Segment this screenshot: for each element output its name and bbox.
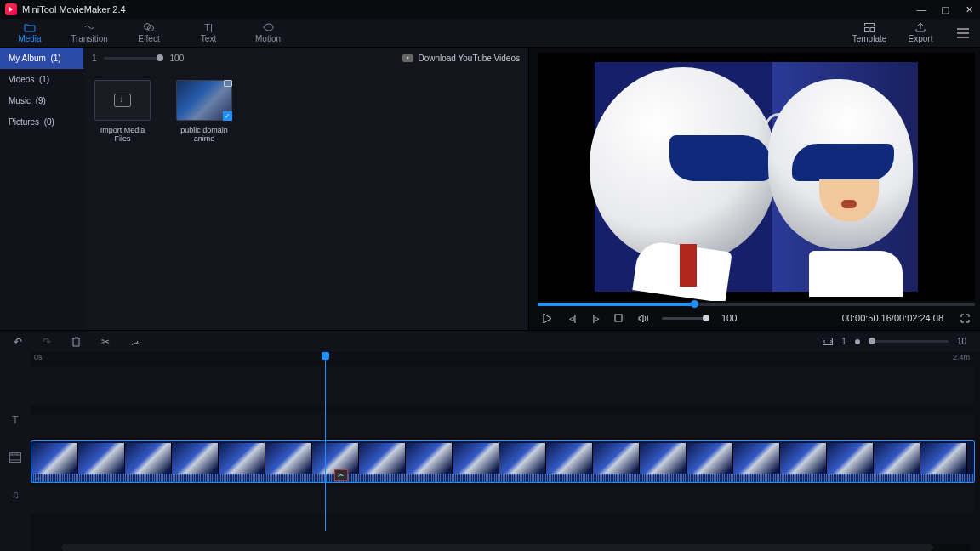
- video-badge-icon: [224, 80, 232, 87]
- tab-label: Transition: [71, 34, 108, 43]
- tab-label: Effect: [138, 34, 159, 43]
- ruler-end: 2.4m: [953, 353, 970, 361]
- sidebar-item-myalbum[interactable]: My Album (1): [0, 48, 83, 69]
- media-clip-tile[interactable]: ✓ public domain anime: [174, 80, 235, 143]
- text-track[interactable]: [31, 414, 975, 438]
- playhead[interactable]: [325, 352, 326, 531]
- volume-value: 100: [721, 313, 737, 323]
- zoom-min: 1: [841, 337, 846, 346]
- tab-effect[interactable]: Effect: [119, 19, 179, 47]
- split-marker[interactable]: ✂: [334, 469, 348, 481]
- svg-rect-4: [865, 27, 869, 31]
- svg-rect-7: [823, 338, 833, 345]
- import-media-tile[interactable]: Import Media Files: [92, 80, 153, 143]
- export-icon: [915, 23, 926, 32]
- template-icon: [864, 23, 875, 32]
- preview-screen[interactable]: [538, 53, 975, 301]
- fullscreen-button[interactable]: [960, 314, 970, 323]
- play-button[interactable]: [543, 314, 555, 323]
- tab-label: Media: [18, 34, 41, 43]
- tab-label: Motion: [255, 34, 281, 43]
- media-panel: 1 100 Download YouTube Videos Import Med…: [83, 48, 529, 330]
- sidebar-item-pictures[interactable]: Pictures (0): [0, 111, 83, 133]
- tab-transition[interactable]: Transition: [60, 19, 119, 47]
- undo-button[interactable]: ↶: [14, 336, 22, 348]
- preview-seek-bar[interactable]: [538, 303, 975, 306]
- next-frame-button[interactable]: |▹: [590, 313, 602, 324]
- zoom-dot-icon: [855, 339, 860, 344]
- ruler-start: 0s: [34, 353, 43, 361]
- text-icon: T|: [202, 22, 214, 32]
- thumbnail-size-slider[interactable]: [104, 57, 163, 60]
- close-button[interactable]: ✕: [963, 3, 975, 15]
- redo-button[interactable]: ↷: [43, 336, 51, 348]
- motion-icon: [262, 22, 274, 32]
- library-sidebar: My Album (1) Videos (1) Music (9) Pictur…: [0, 48, 83, 330]
- time-ruler[interactable]: 0s 2.4m: [31, 352, 975, 364]
- tab-media[interactable]: Media: [0, 19, 60, 47]
- text-track-icon: T: [0, 401, 31, 439]
- music-track[interactable]: [31, 486, 975, 513]
- audio-waveform: [31, 474, 974, 482]
- maximize-button[interactable]: ▢: [939, 3, 951, 15]
- prev-frame-button[interactable]: ◃|: [567, 313, 578, 324]
- music-track-icon: ♫: [0, 476, 31, 514]
- svg-point-2: [265, 24, 273, 31]
- download-youtube-label: Download YouTube Videos: [418, 54, 520, 63]
- minimize-button[interactable]: —: [915, 3, 927, 15]
- svg-rect-6: [615, 315, 622, 321]
- tab-text[interactable]: T| Text: [179, 19, 238, 47]
- timeline: T ♫ 0s 2.4m 🔈 ✂: [0, 352, 980, 551]
- clip-label: public domain anime: [174, 126, 235, 143]
- folder-icon: [24, 22, 36, 32]
- import-icon: [114, 94, 131, 107]
- video-track[interactable]: 🔈: [31, 440, 975, 483]
- title-bar: MiniTool MovieMaker 2.4 — ▢ ✕: [0, 0, 980, 19]
- thumbsize-min: 1: [92, 54, 97, 63]
- split-button[interactable]: ✂: [101, 336, 110, 348]
- timecode: 00:00:50.16/00:02:24.08: [842, 313, 943, 323]
- delete-button[interactable]: [71, 337, 81, 347]
- svg-rect-5: [870, 27, 875, 31]
- app-logo-icon: [5, 3, 17, 15]
- svg-rect-8: [10, 453, 21, 463]
- sidebar-item-music[interactable]: Music (9): [0, 90, 83, 111]
- preview-panel: ◃| |▹ 100 00:00:50.16/00:02:24.08: [529, 48, 980, 330]
- zoom-max: 10: [957, 337, 966, 346]
- speed-button[interactable]: [130, 337, 142, 347]
- app-title: MiniTool MovieMaker 2.4: [22, 4, 126, 14]
- template-label: Template: [852, 34, 887, 43]
- main-toolbar: Media Transition Effect T| Text Motion T…: [0, 19, 980, 48]
- zoom-slider[interactable]: [869, 340, 949, 343]
- fit-button[interactable]: [823, 338, 833, 345]
- tab-motion[interactable]: Motion: [238, 19, 298, 47]
- svg-point-0: [145, 24, 151, 30]
- selected-check-icon: ✓: [223, 111, 232, 121]
- effect-icon: [143, 22, 155, 32]
- transition-icon: [83, 22, 95, 32]
- import-label: Import Media Files: [92, 126, 153, 143]
- sidebar-item-videos[interactable]: Videos (1): [0, 69, 83, 90]
- volume-icon[interactable]: [638, 314, 650, 323]
- youtube-icon: [402, 54, 413, 62]
- svg-point-1: [148, 26, 154, 31]
- volume-slider[interactable]: [662, 317, 709, 320]
- timeline-toolbar: ↶ ↷ ✂ 1 10: [0, 330, 980, 352]
- thumbsize-max: 100: [170, 54, 185, 63]
- svg-rect-3: [865, 23, 875, 26]
- tab-label: Text: [201, 34, 216, 43]
- template-button[interactable]: Template: [844, 19, 895, 47]
- menu-button[interactable]: [946, 19, 980, 47]
- download-youtube-button[interactable]: Download YouTube Videos: [402, 54, 520, 63]
- video-track-icon: [0, 439, 31, 476]
- timeline-scrollbar[interactable]: [61, 544, 970, 551]
- track-spacer: [31, 366, 975, 404]
- preview-frame-image: [595, 62, 918, 292]
- hamburger-icon: [956, 28, 970, 38]
- export-label: Export: [909, 34, 933, 43]
- export-button[interactable]: Export: [895, 19, 946, 47]
- stop-button[interactable]: [614, 314, 626, 322]
